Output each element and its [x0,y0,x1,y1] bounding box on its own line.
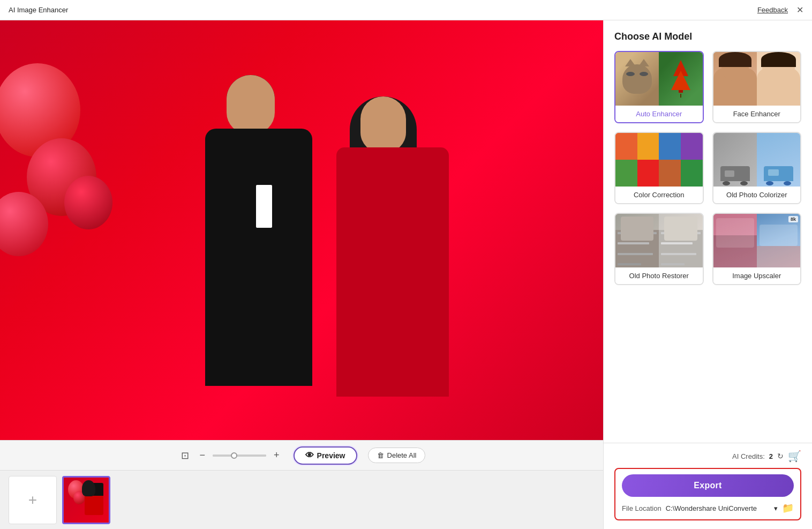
upscaler-thumb-left [713,214,757,267]
add-icon: + [28,491,37,509]
preview-button[interactable]: 👁 Preview [294,446,357,465]
model-card-auto-enhancer[interactable]: Auto Enhancer [614,51,704,123]
model-card-color-correction[interactable]: Color Correction [614,132,704,204]
face-enhancer-thumb-right [757,52,800,106]
zoom-out-button[interactable]: − [197,448,209,463]
image-upscaler-label: Image Upscaler [713,267,801,284]
zoom-handle[interactable] [231,452,237,459]
zoom-slider[interactable] [213,455,266,457]
close-button[interactable]: ✕ [796,6,803,14]
title-bar-actions: Feedback ✕ [757,6,803,14]
man-body [205,129,312,386]
model-card-face-enhancer[interactable]: Face Enhancer [712,51,802,123]
zoom-in-button[interactable]: + [270,448,283,463]
add-image-button[interactable]: + [9,476,57,524]
zoom-track [213,455,266,457]
color-correction-label: Color Correction [615,187,703,203]
old-photo-colorizer-label: Old Photo Colorizer [713,187,801,203]
file-location-dropdown[interactable]: ▾ [774,504,778,512]
export-section: Export File Location C:\Wondershare UniC… [614,468,801,520]
restorer-thumb-left [615,214,659,267]
right-panel: Choose AI Model [603,20,812,529]
model-card-old-photo-colorizer[interactable]: Old Photo Colorizer [712,132,802,204]
face-enhancer-label: Face Enhancer [713,106,801,122]
app-title: AI Image Enhancer [9,6,68,14]
thumb-preview-1 [64,478,109,523]
ai-credits-label: AI Credits: [732,452,765,460]
auto-enhancer-label: Auto Enhancer [615,106,703,122]
main-content: ⊡ − + 👁 Preview 🗑 Delete All + [0,20,812,529]
image-toolbar: ⊡ − + 👁 Preview 🗑 Delete All [0,440,603,470]
image-area: ⊡ − + 👁 Preview 🗑 Delete All + [0,20,603,529]
man-figure [189,75,328,386]
bottom-panel: AI Credits: 2 ↻ 🛒 Export File Location C… [604,443,812,529]
face-enhancer-thumb-left [713,52,757,106]
image-viewport [0,20,603,440]
colorizer-thumb-right [757,133,800,187]
balloon-small [64,176,112,229]
color-correction-thumb-right [659,133,702,187]
delete-all-button[interactable]: 🗑 Delete All [368,448,426,463]
refresh-icon[interactable]: ↻ [777,452,784,460]
file-location-path: C:\Wondershare UniConverte [666,504,770,512]
delete-all-label: Delete All [387,451,417,459]
image-upscaler-thumb: 8k [713,214,801,267]
model-card-image-upscaler[interactable]: 8k Image Upscaler [712,213,802,285]
old-photo-colorizer-thumb [713,133,801,187]
trash-icon: 🗑 [377,451,384,459]
man-head [227,75,275,134]
export-button[interactable]: Export [622,474,794,497]
old-photo-restorer-label: Old Photo Restorer [615,267,703,284]
color-correction-thumb-left [615,133,659,187]
model-card-old-photo-restorer[interactable]: Old Photo Restorer [614,213,704,285]
model-grid: Auto Enhancer [614,51,801,285]
file-location-row: File Location C:\Wondershare UniConverte… [622,502,794,514]
preview-label: Preview [317,451,345,460]
file-folder-button[interactable]: 📁 [782,502,794,514]
ai-credits-value: 2 [769,452,773,460]
upscaler-thumb-right: 8k [757,214,800,267]
crop-icon-button[interactable]: ⊡ [178,448,192,464]
woman-figure [328,96,457,397]
restorer-thumb-right [659,214,702,267]
file-location-label: File Location [622,504,661,512]
colorizer-thumb-left [713,133,757,187]
section-title: Choose AI Model [614,31,801,42]
ai-credits-row: AI Credits: 2 ↻ 🛒 [614,450,801,463]
ai-model-section: Choose AI Model [604,20,812,443]
man-shirt [256,185,272,228]
eye-icon: 👁 [305,451,314,460]
auto-enhancer-thumb [615,52,703,106]
couple-silhouette [114,64,489,397]
woman-head [360,96,406,153]
thumbnail-item-1[interactable] [62,476,110,524]
color-correction-thumb [615,133,703,187]
main-image [0,20,603,440]
thumbnail-strip: + [0,470,603,529]
face-enhancer-thumb [713,52,801,106]
feedback-link[interactable]: Feedback [757,6,788,14]
toolbar-left-group: ⊡ − + [178,448,283,464]
cart-icon[interactable]: 🛒 [788,450,801,463]
auto-enhancer-thumb-right [659,52,702,106]
auto-enhancer-thumb-left [615,52,659,106]
old-photo-restorer-thumb [615,214,703,267]
woman-body [336,147,449,397]
upscaler-8k-badge: 8k [788,216,798,222]
title-bar: AI Image Enhancer Feedback ✕ [0,0,812,20]
